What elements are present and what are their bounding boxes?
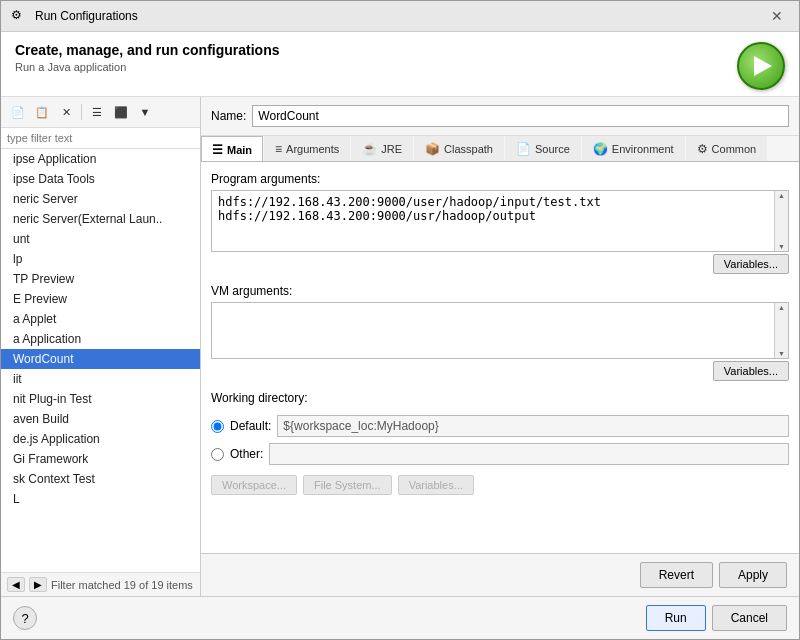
- list-item[interactable]: ipse Data Tools: [1, 169, 200, 189]
- main-content-area: Program arguments: hdfs://192.168.43.200…: [201, 162, 799, 553]
- source-tab-icon: 📄: [516, 142, 531, 156]
- delete-configuration-button[interactable]: ✕: [55, 101, 77, 123]
- tab-jre-label: JRE: [381, 143, 402, 155]
- dialog-icon: ⚙: [11, 8, 27, 24]
- variables-button[interactable]: Variables...: [398, 475, 474, 495]
- cancel-button[interactable]: Cancel: [712, 605, 787, 631]
- header-section: Create, manage, and run configurations R…: [1, 32, 799, 97]
- new-configuration-button[interactable]: 📄: [7, 101, 29, 123]
- configuration-list: ipse Applicationipse Data Toolsneric Ser…: [1, 149, 200, 572]
- tab-environment-label: Environment: [612, 143, 674, 155]
- vm-args-scrollbar: ▲ ▼: [774, 303, 788, 358]
- default-directory-input[interactable]: [277, 415, 789, 437]
- header-subtitle: Run a Java application: [15, 61, 280, 73]
- copy-configuration-button[interactable]: 📋: [31, 101, 53, 123]
- environment-tab-icon: 🌍: [593, 142, 608, 156]
- vm-args-variables-button[interactable]: Variables...: [713, 361, 789, 381]
- vm-arguments-input[interactable]: [212, 303, 774, 358]
- list-item[interactable]: lp: [1, 249, 200, 269]
- program-arguments-container: hdfs://192.168.43.200:9000/user/hadoop/i…: [211, 190, 789, 252]
- scroll-down-icon[interactable]: ▼: [778, 243, 785, 250]
- scroll-left-button[interactable]: ◀: [7, 577, 25, 592]
- directory-button-row: Workspace... File System... Variables...: [211, 475, 789, 495]
- vm-scroll-up-icon[interactable]: ▲: [778, 304, 785, 311]
- content-area: 📄 📋 ✕ ☰ ⬛ ▼ ipse Applicationipse Data To…: [1, 97, 799, 596]
- main-tab-icon: ☰: [212, 143, 223, 157]
- vm-arguments-section: VM arguments: ▲ ▼ Variables...: [211, 284, 789, 381]
- list-item[interactable]: aven Build: [1, 409, 200, 429]
- name-row: Name:: [201, 97, 799, 136]
- revert-button[interactable]: Revert: [640, 562, 713, 588]
- program-arguments-section: Program arguments: hdfs://192.168.43.200…: [211, 172, 789, 274]
- list-item[interactable]: unt: [1, 229, 200, 249]
- default-radio[interactable]: [211, 420, 224, 433]
- program-args-scrollbar: ▲ ▼: [774, 191, 788, 251]
- left-panel-bottom: ◀ ▶ Filter matched 19 of 19 items: [1, 572, 200, 596]
- tab-environment[interactable]: 🌍 Environment: [582, 136, 685, 161]
- expand-button[interactable]: ▼: [134, 101, 156, 123]
- tab-main-label: Main: [227, 144, 252, 156]
- tab-arguments[interactable]: ≡ Arguments: [264, 136, 350, 161]
- vm-arguments-container: ▲ ▼: [211, 302, 789, 359]
- list-item[interactable]: TP Preview: [1, 269, 200, 289]
- arguments-tab-icon: ≡: [275, 142, 282, 156]
- list-item[interactable]: iit: [1, 369, 200, 389]
- run-configurations-dialog: ⚙ Run Configurations ✕ Create, manage, a…: [0, 0, 800, 640]
- collapse-button[interactable]: ⬛: [110, 101, 132, 123]
- filesystem-button[interactable]: File System...: [303, 475, 392, 495]
- toolbar-separator: [81, 104, 82, 120]
- list-item[interactable]: a Application: [1, 329, 200, 349]
- list-item[interactable]: L: [1, 489, 200, 509]
- close-button[interactable]: ✕: [765, 7, 789, 25]
- scroll-right-button[interactable]: ▶: [29, 577, 47, 592]
- list-item[interactable]: de.js Application: [1, 429, 200, 449]
- tab-common[interactable]: ⚙ Common: [686, 136, 768, 161]
- working-directory-section: Working directory: Default: Other: Works…: [211, 391, 789, 495]
- header-text: Create, manage, and run configurations R…: [15, 42, 280, 73]
- list-item[interactable]: E Preview: [1, 289, 200, 309]
- default-radio-label: Default:: [230, 419, 271, 433]
- working-directory-label: Working directory:: [211, 391, 789, 405]
- filter-input[interactable]: [1, 128, 200, 149]
- header-title: Create, manage, and run configurations: [15, 42, 280, 58]
- other-radio-label: Other:: [230, 447, 263, 461]
- filter-status: Filter matched 19 of 19 items: [51, 579, 193, 591]
- run-configuration-button[interactable]: [737, 42, 785, 90]
- filter-button[interactable]: ☰: [86, 101, 108, 123]
- list-item[interactable]: a Applet: [1, 309, 200, 329]
- list-item[interactable]: WordCount: [1, 349, 200, 369]
- name-label: Name:: [211, 109, 246, 123]
- name-input[interactable]: [252, 105, 789, 127]
- vm-scroll-down-icon[interactable]: ▼: [778, 350, 785, 357]
- program-args-variables-button[interactable]: Variables...: [713, 254, 789, 274]
- list-item[interactable]: neric Server(External Laun..: [1, 209, 200, 229]
- other-radio[interactable]: [211, 448, 224, 461]
- common-tab-icon: ⚙: [697, 142, 708, 156]
- tabs-row: ☰ Main ≡ Arguments ☕ JRE 📦 Classpath 📄: [201, 136, 799, 162]
- list-item[interactable]: ipse Application: [1, 149, 200, 169]
- program-arguments-input[interactable]: hdfs://192.168.43.200:9000/user/hadoop/i…: [212, 191, 774, 251]
- tab-common-label: Common: [712, 143, 757, 155]
- tab-source[interactable]: 📄 Source: [505, 136, 581, 161]
- program-arguments-label: Program arguments:: [211, 172, 789, 186]
- other-directory-input[interactable]: [269, 443, 789, 465]
- jre-tab-icon: ☕: [362, 142, 377, 156]
- tab-source-label: Source: [535, 143, 570, 155]
- list-item[interactable]: Gi Framework: [1, 449, 200, 469]
- title-bar: ⚙ Run Configurations ✕: [1, 1, 799, 32]
- tab-classpath[interactable]: 📦 Classpath: [414, 136, 504, 161]
- bottom-action-bar: Revert Apply: [201, 553, 799, 596]
- right-panel: Name: ☰ Main ≡ Arguments ☕ JRE 📦: [201, 97, 799, 596]
- dialog-title: Run Configurations: [35, 9, 138, 23]
- run-button[interactable]: Run: [646, 605, 706, 631]
- scroll-up-icon[interactable]: ▲: [778, 192, 785, 199]
- workspace-button[interactable]: Workspace...: [211, 475, 297, 495]
- list-item[interactable]: neric Server: [1, 189, 200, 209]
- list-item[interactable]: nit Plug-in Test: [1, 389, 200, 409]
- help-button[interactable]: ?: [13, 606, 37, 630]
- tab-main[interactable]: ☰ Main: [201, 136, 263, 162]
- tab-classpath-label: Classpath: [444, 143, 493, 155]
- apply-button[interactable]: Apply: [719, 562, 787, 588]
- list-item[interactable]: sk Context Test: [1, 469, 200, 489]
- tab-jre[interactable]: ☕ JRE: [351, 136, 413, 161]
